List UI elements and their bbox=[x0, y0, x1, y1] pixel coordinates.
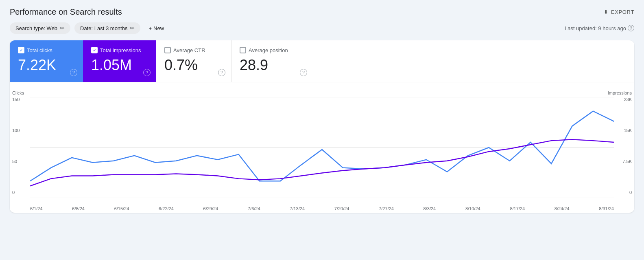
metric-tile-position[interactable]: Average position 28.9 ? bbox=[231, 40, 313, 82]
metrics-row: ✓ Total clicks 7.22K ? ✓ Total impressio… bbox=[10, 40, 634, 82]
filter-left: Search type: Web ✏ Date: Last 3 months ✏… bbox=[10, 22, 168, 34]
filter-bar: Search type: Web ✏ Date: Last 3 months ✏… bbox=[10, 22, 634, 34]
page-title: Performance on Search results bbox=[10, 7, 122, 17]
impressions-value: 1.05M bbox=[91, 57, 148, 74]
ctr-label: Average CTR bbox=[173, 47, 205, 53]
impressions-header: ✓ Total impressions bbox=[91, 47, 148, 53]
chart-svg bbox=[30, 97, 614, 198]
date-edit-icon: ✏ bbox=[130, 25, 135, 31]
x-label-1: 6/8/24 bbox=[72, 206, 85, 211]
ctr-help-icon[interactable]: ? bbox=[218, 69, 225, 76]
x-label-12: 8/24/24 bbox=[554, 206, 570, 211]
position-checkbox[interactable] bbox=[240, 47, 246, 53]
search-type-filter[interactable]: Search type: Web ✏ bbox=[10, 22, 70, 34]
clicks-checkbox[interactable]: ✓ bbox=[18, 47, 24, 53]
y-left-100: 100 bbox=[12, 128, 24, 133]
x-label-0: 6/1/24 bbox=[30, 206, 43, 211]
y-axis-left-group: Clicks 150 100 50 0 bbox=[12, 90, 24, 195]
position-label: Average position bbox=[249, 47, 288, 53]
last-updated: Last updated: 9 hours ago ? bbox=[565, 25, 634, 31]
position-header: Average position bbox=[240, 47, 305, 53]
new-label: New bbox=[153, 25, 164, 31]
x-label-8: 7/27/24 bbox=[379, 206, 394, 211]
clicks-label: Total clicks bbox=[27, 47, 52, 53]
clicks-help-icon[interactable]: ? bbox=[70, 69, 77, 76]
metrics-spacer bbox=[313, 40, 634, 82]
x-label-10: 8/10/24 bbox=[465, 206, 480, 211]
position-help-icon[interactable]: ? bbox=[300, 69, 307, 76]
export-button[interactable]: ⬇ EXPORT bbox=[604, 9, 634, 15]
clicks-value: 7.22K bbox=[18, 57, 75, 74]
position-value: 28.9 bbox=[240, 57, 305, 74]
clicks-line bbox=[30, 111, 614, 181]
x-label-3: 6/22/24 bbox=[159, 206, 174, 211]
metric-tile-clicks[interactable]: ✓ Total clicks 7.22K ? bbox=[10, 40, 83, 82]
x-label-2: 6/15/24 bbox=[114, 206, 129, 211]
x-label-9: 8/3/24 bbox=[424, 206, 436, 211]
new-button[interactable]: + New bbox=[144, 23, 168, 34]
metric-tile-impressions[interactable]: ✓ Total impressions 1.05M ? bbox=[83, 40, 156, 82]
y-left-0: 0 bbox=[12, 190, 24, 195]
metric-tile-ctr[interactable]: Average CTR 0.7% ? bbox=[156, 40, 231, 82]
search-type-edit-icon: ✏ bbox=[60, 25, 65, 31]
x-label-7: 7/20/24 bbox=[334, 206, 349, 211]
date-label: Date: Last 3 months bbox=[80, 25, 127, 31]
export-label: EXPORT bbox=[611, 9, 634, 15]
x-label-6: 7/13/24 bbox=[290, 206, 305, 211]
x-label-13: 8/31/24 bbox=[599, 206, 614, 211]
ctr-checkbox[interactable] bbox=[164, 47, 171, 53]
x-label-5: 7/6/24 bbox=[248, 206, 260, 211]
x-label-11: 8/17/24 bbox=[510, 206, 525, 211]
export-icon: ⬇ bbox=[604, 9, 609, 15]
ctr-header: Average CTR bbox=[164, 47, 223, 53]
y-axis-left-title: Clicks bbox=[12, 90, 24, 95]
page-container: Performance on Search results ⬇ EXPORT S… bbox=[0, 0, 644, 213]
impressions-help-icon[interactable]: ? bbox=[143, 69, 151, 76]
y-axis-right-title: Impressions bbox=[608, 90, 632, 95]
impressions-checkbox[interactable]: ✓ bbox=[91, 47, 98, 53]
impressions-label: Total impressions bbox=[100, 47, 141, 53]
clicks-header: ✓ Total clicks bbox=[18, 47, 75, 53]
chart-area: Clicks 150 100 50 0 Impressions 23K 15K … bbox=[10, 82, 634, 213]
y-left-150: 150 bbox=[12, 97, 24, 102]
x-labels: 6/1/24 6/8/24 6/15/24 6/22/24 6/29/24 7/… bbox=[30, 206, 614, 211]
ctr-value: 0.7% bbox=[164, 57, 223, 74]
y-left-50: 50 bbox=[12, 159, 24, 164]
top-bar: Performance on Search results ⬇ EXPORT bbox=[10, 7, 634, 17]
last-updated-help-icon[interactable]: ? bbox=[628, 25, 634, 31]
chart-svg-wrapper bbox=[30, 97, 614, 198]
search-type-label: Search type: Web bbox=[15, 25, 57, 31]
x-label-4: 6/29/24 bbox=[203, 206, 218, 211]
plus-icon: + bbox=[148, 25, 152, 31]
date-filter[interactable]: Date: Last 3 months ✏ bbox=[74, 22, 140, 34]
metrics-chart-card: ✓ Total clicks 7.22K ? ✓ Total impressio… bbox=[10, 40, 634, 213]
